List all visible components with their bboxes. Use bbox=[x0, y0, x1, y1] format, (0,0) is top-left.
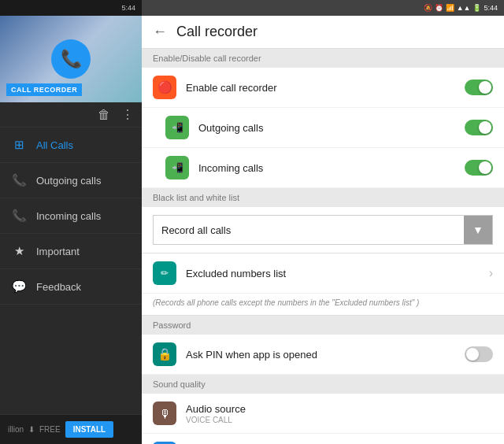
alarm-icon: ⏰ bbox=[435, 4, 443, 12]
incoming-calls-setting-label: Incoming calls bbox=[198, 162, 455, 174]
enable-recorder-icon: 🔴 bbox=[153, 76, 176, 99]
left-status-time: 5:44 bbox=[121, 4, 135, 12]
section-header-enable: Enable/Disable call recorder bbox=[142, 49, 504, 68]
excluded-note-text: (Records all phone calls except the numb… bbox=[153, 298, 493, 307]
setting-enable-call-recorder[interactable]: 🔴 Enable call recorder bbox=[142, 68, 504, 108]
download-icon: ⬇ bbox=[28, 425, 35, 434]
nav-item-important[interactable]: ★ Important bbox=[0, 234, 142, 269]
ask-pin-toggle[interactable] bbox=[465, 346, 493, 362]
dropdown-arrow-icon[interactable]: ▼ bbox=[464, 216, 492, 244]
settings-content: Enable/Disable call recorder 🔴 Enable ca… bbox=[142, 49, 504, 444]
dropdown-row-record-all: Record all calls ▼ bbox=[142, 207, 504, 253]
outgoing-calls-text: Outgoing calls bbox=[198, 122, 455, 134]
nav-item-outgoing-calls[interactable]: 📞 Outgoing calls bbox=[0, 163, 142, 198]
dropdown-value: Record all calls bbox=[154, 218, 464, 242]
section-header-password: Password bbox=[142, 316, 504, 335]
all-calls-icon: ⊞ bbox=[11, 137, 27, 153]
right-status-bar: 🔕 ⏰ 📶 ▲▲ 🔋 5:44 bbox=[142, 0, 504, 16]
app-icon: 📞 bbox=[51, 39, 91, 79]
left-panel: 5:44 📞 CALL RECORDER 🗑 ⋮ ⊞ All Calls 📞 O… bbox=[0, 0, 142, 444]
record-all-dropdown[interactable]: Record all calls ▼ bbox=[153, 215, 493, 245]
header-image: 📞 CALL RECORDER bbox=[0, 16, 142, 102]
left-toolbar: 🗑 ⋮ bbox=[0, 102, 142, 128]
incoming-calls-text: Incoming calls bbox=[198, 162, 455, 174]
footer-text: illion bbox=[8, 425, 24, 434]
battery-icon: 🔋 bbox=[472, 4, 481, 12]
page-title: Call recorder bbox=[176, 24, 258, 40]
install-button[interactable]: INSTALL bbox=[65, 421, 113, 438]
incoming-calls-label: Incoming calls bbox=[36, 210, 101, 222]
outgoing-calls-setting-icon: 📲 bbox=[165, 116, 189, 139]
signal-icon: 📶 bbox=[446, 4, 454, 12]
setting-outgoing-calls[interactable]: 📲 Outgoing calls bbox=[142, 108, 504, 148]
audio-source-label: Audio source bbox=[186, 403, 493, 415]
excluded-numbers-label: Excluded numbers list bbox=[186, 268, 480, 279]
outgoing-calls-setting-label: Outgoing calls bbox=[198, 122, 455, 134]
important-icon: ★ bbox=[11, 243, 27, 259]
feedback-icon: 💬 bbox=[11, 279, 27, 294]
setting-ask-pin[interactable]: 🔒 Ask PIN when app is opened bbox=[142, 335, 504, 375]
incoming-calls-toggle[interactable] bbox=[465, 160, 493, 176]
status-time: 5:44 bbox=[484, 4, 498, 12]
setting-audio-source[interactable]: 🎙 Audio source VOICE CALL bbox=[142, 394, 504, 434]
important-label: Important bbox=[36, 246, 80, 257]
nav-item-feedback[interactable]: 💬 Feedback bbox=[0, 269, 142, 305]
outgoing-calls-toggle[interactable] bbox=[465, 120, 493, 135]
ask-pin-label: Ask PIN when app is opened bbox=[186, 349, 455, 361]
audio-source-icon: 🎙 bbox=[153, 401, 176, 425]
wifi-icon: ▲▲ bbox=[457, 4, 471, 12]
excluded-numbers-icon: ✏ bbox=[153, 261, 176, 285]
left-header: 📞 CALL RECORDER bbox=[0, 16, 142, 102]
chevron-right-icon: › bbox=[489, 266, 493, 280]
nav-item-incoming-calls[interactable]: 📞 Incoming calls bbox=[0, 198, 142, 234]
section-header-blacklist: Black list and white list bbox=[142, 188, 504, 207]
outgoing-calls-icon: 📞 bbox=[11, 172, 27, 188]
enable-recorder-label: Enable call recorder bbox=[186, 82, 455, 94]
all-calls-label: All Calls bbox=[36, 139, 73, 151]
back-button[interactable]: ← bbox=[153, 24, 167, 40]
left-nav: ⊞ All Calls 📞 Outgoing calls 📞 Incoming … bbox=[0, 128, 142, 414]
ask-pin-icon: 🔒 bbox=[153, 342, 176, 366]
excluded-numbers-text: Excluded numbers list bbox=[186, 268, 480, 279]
setting-file-type[interactable]: 📄 File type mp3 bbox=[142, 434, 504, 444]
notification-icon: 🔕 bbox=[424, 4, 432, 12]
enable-recorder-toggle[interactable] bbox=[465, 80, 493, 95]
incoming-calls-setting-icon: 📲 bbox=[165, 156, 189, 179]
right-header: ← Call recorder bbox=[142, 16, 504, 49]
delete-icon[interactable]: 🗑 bbox=[98, 108, 110, 122]
feedback-label: Feedback bbox=[36, 281, 81, 293]
audio-source-sublabel: VOICE CALL bbox=[186, 416, 493, 424]
audio-source-text: Audio source VOICE CALL bbox=[186, 403, 493, 424]
right-panel: 🔕 ⏰ 📶 ▲▲ 🔋 5:44 ← Call recorder Enable/D… bbox=[142, 0, 504, 444]
share-icon[interactable]: ⋮ bbox=[121, 107, 134, 122]
outgoing-calls-label: Outgoing calls bbox=[36, 175, 101, 187]
footer-free: FREE bbox=[39, 425, 61, 434]
app-badge: CALL RECORDER bbox=[6, 83, 82, 96]
left-footer: illion ⬇ FREE INSTALL bbox=[0, 414, 142, 444]
excluded-note-row: (Records all phone calls except the numb… bbox=[142, 294, 504, 316]
ask-pin-text: Ask PIN when app is opened bbox=[186, 349, 455, 361]
setting-incoming-calls[interactable]: 📲 Incoming calls bbox=[142, 148, 504, 188]
enable-recorder-text: Enable call recorder bbox=[186, 82, 455, 94]
left-status-bar: 5:44 bbox=[0, 0, 142, 16]
incoming-calls-icon: 📞 bbox=[11, 208, 27, 224]
section-header-sound-quality: Sound quality bbox=[142, 375, 504, 394]
status-icons: 🔕 ⏰ 📶 ▲▲ 🔋 5:44 bbox=[424, 4, 498, 12]
setting-excluded-numbers[interactable]: ✏ Excluded numbers list › bbox=[142, 253, 504, 294]
nav-item-all-calls[interactable]: ⊞ All Calls bbox=[0, 128, 142, 163]
